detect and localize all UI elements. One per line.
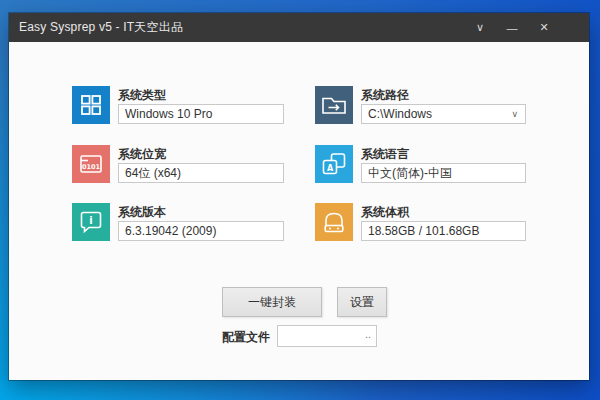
chevron-down-icon: ∨ [476, 21, 484, 34]
minimize-icon: — [507, 22, 518, 34]
close-button[interactable]: ✕ [528, 13, 560, 42]
hard-drive-icon [315, 203, 353, 241]
window-title: Easy Sysprep v5 - IT天空出品 [9, 19, 464, 36]
desktop-background: Easy Sysprep v5 - IT天空出品 ∨ — ✕ 系统类型 [0, 0, 600, 400]
svg-text:i: i [89, 215, 92, 226]
binary-code-icon: 0101 [72, 145, 110, 183]
svg-text:0101: 0101 [82, 163, 101, 171]
field-system-version: i 系统版本 [72, 203, 284, 241]
system-type-input[interactable] [118, 104, 284, 124]
field-label-system-bits: 系统位宽 [118, 146, 284, 160]
apps-grid-icon [72, 86, 110, 124]
config-file-label: 配置文件 [222, 329, 270, 346]
field-label-system-volume: 系统体积 [361, 204, 526, 218]
minimize-button[interactable]: — [496, 13, 528, 42]
system-language-input[interactable] [361, 163, 526, 183]
translate-icon: A [315, 145, 353, 183]
config-file-box: .. [277, 325, 377, 347]
system-volume-input[interactable] [361, 221, 526, 241]
info-bubble-icon: i [72, 203, 110, 241]
field-system-path: 系统路径 C:\Windows ∨ [315, 86, 526, 124]
field-label-system-path: 系统路径 [361, 87, 526, 101]
field-system-bits: 0101 系统位宽 [72, 145, 284, 183]
folder-arrow-icon [315, 86, 353, 124]
system-path-value: C:\Windows [368, 105, 511, 123]
field-label-system-version: 系统版本 [118, 204, 284, 218]
system-version-input[interactable] [118, 221, 284, 241]
field-system-volume: 系统体积 [315, 203, 526, 241]
window-content: 系统类型 系统路径 C:\Windows ∨ [9, 42, 589, 380]
menu-button[interactable]: ∨ [464, 13, 496, 42]
field-label-system-language: 系统语言 [361, 146, 526, 160]
system-bits-input[interactable] [118, 163, 284, 183]
close-icon: ✕ [539, 21, 548, 34]
svg-text:A: A [327, 164, 334, 173]
field-system-type: 系统类型 [72, 86, 284, 124]
config-file-input[interactable] [278, 327, 363, 345]
app-window: Easy Sysprep v5 - IT天空出品 ∨ — ✕ 系统类型 [9, 13, 589, 380]
package-button[interactable]: 一键封装 [222, 287, 322, 317]
browse-button[interactable]: .. [363, 328, 376, 344]
window-titlebar[interactable]: Easy Sysprep v5 - IT天空出品 ∨ — ✕ [9, 13, 589, 42]
window-controls: ∨ — ✕ [464, 13, 560, 42]
settings-button[interactable]: 设置 [337, 287, 387, 317]
field-system-language: A 系统语言 [315, 145, 526, 183]
system-path-combobox[interactable]: C:\Windows ∨ [361, 104, 526, 124]
field-label-system-type: 系统类型 [118, 87, 284, 101]
combobox-chevron-icon: ∨ [511, 109, 519, 119]
